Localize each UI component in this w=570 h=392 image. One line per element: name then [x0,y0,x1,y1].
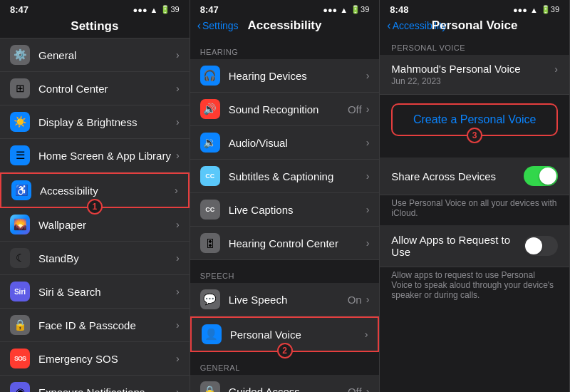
status-icons-3: ●●● ▲ 🔋39 [513,5,559,14]
pv-chevron: › [365,329,368,340]
settings-item-controlcenter[interactable]: ⊞ Control Center › [0,72,190,105]
faceid-chevron: › [176,319,180,331]
hearingdevices-icon: 🎧 [200,66,220,86]
accessibility-navbar: ‹ Settings Accessibility [190,16,380,36]
pv-allowapps-label: Allow Apps to Request to Use [391,234,524,258]
accessibility-icon: ♿ [11,180,31,200]
share-devices-knob [539,167,556,185]
panel-personalvoice: 8:48 ●●● ▲ 🔋39 ‹ Accessibility Personal … [380,0,570,392]
back-label: Settings [202,20,239,31]
settings-item-standby[interactable]: ☾ StandBy › [0,242,190,275]
pv-allowapps-row: Allow Apps to Request to Use [380,225,569,267]
acc-item-livecaptions[interactable]: CC Live Captions › [190,193,380,227]
general-chevron: › [176,49,180,61]
acc-item-personalvoice[interactable]: 👤 Personal Voice › 2 [190,316,380,352]
panel-accessibility: 8:47 ●●● ▲ 🔋39 ‹ Settings Accessibility … [190,0,380,392]
subtitles-label: Subtitles & Captioning [229,170,366,182]
subtitles-icon: CC [200,166,220,186]
pv-voice-chevron: › [554,63,558,75]
hearingcontrol-icon: 🎛 [200,233,220,253]
battery-icon: 🔋39 [160,5,179,14]
spacer-create [380,145,569,158]
display-label: Display & Brightness [38,116,176,128]
wallpaper-icon: 🌄 [10,215,30,234]
battery-icon-3: 🔋39 [541,5,559,14]
hearingdevices-label: Hearing Devices [229,70,366,82]
hearing-header: HEARING [190,36,380,59]
panel1-title-bar: Settings [0,16,190,38]
speech-header: SPEECH [190,260,380,283]
audiovisual-icon: 🔉 [200,133,220,153]
accessibility-label: Accessibility [40,185,175,197]
general-icon: ⚙️ [10,45,30,65]
accessibility-title: Accessibility [248,19,322,33]
status-icons-1: ●●● ▲ 🔋39 [133,5,180,14]
settings-item-exposure[interactable]: ◉ Exposure Notifications › [0,376,190,392]
acc-item-soundrecog[interactable]: 🔊 Sound Recognition Off › [190,93,380,126]
settings-item-siri[interactable]: Siri Siri & Search › [0,275,190,309]
av-chevron: › [366,137,370,148]
standby-icon: ☾ [10,248,30,268]
battery-icon-2: 🔋39 [351,5,369,14]
status-bar-2: 8:47 ●●● ▲ 🔋39 [190,0,380,16]
soundrecog-value: Off [348,103,362,115]
settings-item-sos[interactable]: SOS Emergency SOS › [0,342,190,376]
settings-item-accessibility[interactable]: ♿ Accessibility › 1 [0,172,190,208]
settings-item-faceid[interactable]: 🔒 Face ID & Passcode › [0,309,190,342]
lc-chevron: › [366,204,370,215]
wifi-icon: ▲ [150,6,158,14]
acc-item-hearingcontrol[interactable]: 🎛 Hearing Control Center › [190,227,380,260]
soundrecog-icon: 🔊 [200,99,220,119]
settings-item-homescreen[interactable]: ☰ Home Screen & App Library › [0,139,190,172]
signal-icon: ●●● [133,6,147,14]
share-devices-toggle[interactable] [524,166,558,186]
standby-chevron: › [176,252,180,264]
acc-item-guidedaccess[interactable]: 🔒 Guided Access Off › [190,375,380,392]
settings-item-display[interactable]: ☀️ Display & Brightness › [0,105,190,139]
audiovisual-label: Audio/Visual [229,137,366,149]
guidedaccess-value: Off [348,386,362,393]
signal-icon-2: ●●● [323,6,337,14]
allowapps-toggle[interactable] [524,236,558,256]
siri-chevron: › [176,286,180,297]
pv-voice-item[interactable]: Mahmoud's Personal Voice › Jun 22, 2023 [380,55,569,95]
annotation-2: 2 [277,343,293,359]
allowapps-desc: Allow apps to request to use Personal Vo… [380,267,569,307]
create-voice-button[interactable]: Create a Personal Voice 3 [391,103,558,136]
livecaptions-label: Live Captions [229,204,366,216]
status-time-1: 8:47 [10,4,28,15]
ls-chevron: › [366,294,370,305]
personalvoice-label: Personal Voice [230,329,365,341]
pv-share-devices-label: Share Across Devices [391,170,524,182]
allowapps-knob [525,237,542,254]
wallpaper-label: Wallpaper [38,219,176,231]
settings-list: ⚙️ General › ⊞ Control Center › ☀️ Displ… [0,38,190,392]
homescreen-label: Home Screen & App Library [38,150,176,162]
sr-chevron: › [366,103,370,115]
share-devices-desc: Use Personal Voice on all your devices w… [380,195,569,225]
sos-icon: SOS [10,349,30,368]
faceid-icon: 🔒 [10,315,30,335]
settings-item-general[interactable]: ⚙️ General › [0,38,190,72]
accessibility-list: HEARING 🎧 Hearing Devices › 🔊 Sound Reco… [190,36,380,392]
wallpaper-chevron: › [176,219,180,230]
acc-item-subtitles[interactable]: CC Subtitles & Captioning › [190,160,380,193]
guidedaccess-icon: 🔒 [200,381,220,392]
general-label: General [38,49,176,61]
back-to-settings[interactable]: ‹ Settings [197,19,239,32]
exposure-icon: ◉ [10,382,30,392]
sos-chevron: › [176,353,180,364]
acc-item-livespeech[interactable]: 💬 Live Speech On › [190,283,380,316]
annotation-1: 1 [87,199,103,215]
standby-label: StandBy [38,252,176,264]
soundrecog-label: Sound Recognition [229,103,348,115]
homescreen-icon: ☰ [10,145,30,165]
display-chevron: › [176,116,180,128]
acc-item-audiovisual[interactable]: 🔉 Audio/Visual › [190,126,380,160]
hearingcontrol-label: Hearing Control Center [229,237,366,249]
hd-chevron: › [366,70,370,81]
panel-settings: 8:47 ●●● ▲ 🔋39 Settings ⚙️ General › ⊞ C… [0,0,190,392]
personalvoice-navbar: ‹ Accessibility Personal Voice [380,16,569,36]
accessibility-chevron: › [175,185,178,196]
acc-item-hearingdevices[interactable]: 🎧 Hearing Devices › [190,59,380,93]
